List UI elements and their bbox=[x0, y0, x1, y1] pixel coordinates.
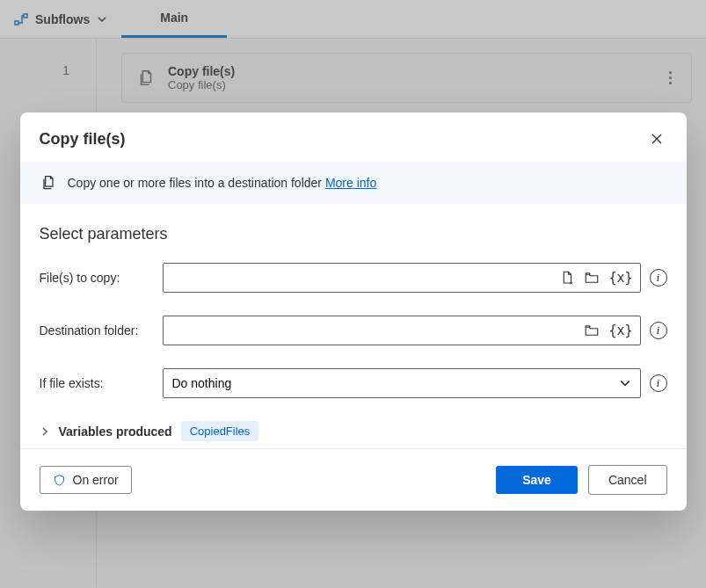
variables-produced-row: Variables produced CopiedFiles bbox=[40, 421, 667, 441]
info-icon[interactable]: i bbox=[650, 322, 667, 339]
variables-produced-label: Variables produced bbox=[59, 425, 172, 439]
browse-folder-icon[interactable] bbox=[582, 321, 601, 340]
section-title: Select parameters bbox=[40, 225, 667, 243]
field-if-file-exists: If file exists: Do nothing i bbox=[40, 368, 667, 398]
field-label: File(s) to copy: bbox=[40, 271, 154, 285]
field-files-to-copy: File(s) to copy: {x} i bbox=[40, 263, 667, 293]
files-to-copy-input[interactable] bbox=[172, 264, 553, 292]
browse-folder-icon[interactable] bbox=[582, 268, 601, 287]
chevron-down-icon bbox=[619, 377, 631, 389]
variable-picker-icon[interactable]: {x} bbox=[607, 321, 634, 340]
dialog-title: Copy file(s) bbox=[40, 130, 126, 149]
info-text: Copy one or more files into a destinatio… bbox=[68, 176, 323, 190]
field-label: If file exists: bbox=[40, 376, 154, 390]
on-error-button[interactable]: On error bbox=[40, 466, 132, 494]
destination-folder-input[interactable] bbox=[172, 316, 578, 345]
more-info-link[interactable]: More info bbox=[325, 176, 376, 190]
close-button[interactable] bbox=[646, 128, 667, 149]
field-label: Destination folder: bbox=[40, 323, 154, 338]
info-bar: Copy one or more files into a destinatio… bbox=[20, 162, 687, 204]
select-value: Do nothing bbox=[172, 376, 232, 390]
variable-chip[interactable]: CopiedFiles bbox=[181, 421, 259, 441]
info-icon[interactable]: i bbox=[650, 374, 667, 392]
on-error-label: On error bbox=[73, 473, 119, 487]
cancel-button[interactable]: Cancel bbox=[588, 465, 667, 495]
if-file-exists-select[interactable]: Do nothing bbox=[163, 368, 641, 398]
info-icon[interactable]: i bbox=[650, 269, 667, 287]
variable-picker-icon[interactable]: {x} bbox=[607, 268, 634, 287]
field-destination-folder: Destination folder: {x} i bbox=[40, 316, 667, 345]
select-file-icon[interactable] bbox=[557, 268, 577, 287]
copy-files-dialog: Copy file(s) Copy one or more files into… bbox=[20, 113, 687, 511]
expand-icon[interactable] bbox=[40, 426, 50, 437]
shield-icon bbox=[53, 474, 66, 487]
copy-files-icon bbox=[40, 174, 57, 192]
save-button[interactable]: Save bbox=[496, 466, 578, 494]
